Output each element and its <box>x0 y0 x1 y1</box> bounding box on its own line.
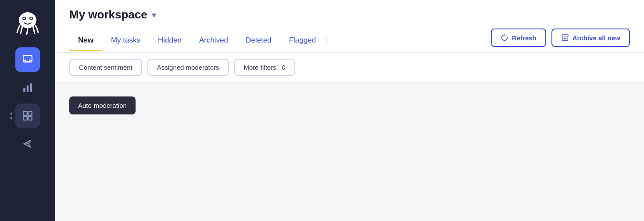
archive-all-button[interactable]: Archive all new <box>551 29 630 47</box>
sidebar-item-campaigns[interactable] <box>15 132 40 156</box>
main-content: My workspace ▾ New My tasks Hidden Archi… <box>55 0 644 221</box>
tab-divider <box>326 36 327 45</box>
header: My workspace ▾ New My tasks Hidden Archi… <box>55 0 644 53</box>
analytics-icon <box>22 82 33 93</box>
moderation-icon <box>22 110 33 121</box>
workspace-title-row: My workspace ▾ <box>69 8 630 29</box>
tab-flagged[interactable]: Flagged <box>280 31 325 51</box>
tabs-actions: Refresh Archive all new <box>491 29 630 52</box>
archive-all-label: Archive all new <box>572 34 620 42</box>
tab-hidden[interactable]: Hidden <box>149 31 190 51</box>
svg-rect-6 <box>23 88 25 92</box>
tab-deleted[interactable]: Deleted <box>237 31 280 51</box>
tabs-list: New My tasks Hidden Archived Deleted Fla… <box>69 30 491 51</box>
logo <box>12 7 43 39</box>
tab-new[interactable]: New <box>69 31 102 51</box>
svg-point-4 <box>30 18 32 19</box>
refresh-icon <box>501 34 508 42</box>
svg-rect-10 <box>28 111 32 115</box>
tab-my-tasks[interactable]: My tasks <box>102 31 149 51</box>
svg-point-3 <box>23 18 25 19</box>
svg-rect-9 <box>23 111 27 115</box>
tab-archived[interactable]: Archived <box>190 31 237 51</box>
content-sentiment-filter[interactable]: Content sentiment <box>69 59 142 76</box>
assigned-moderators-filter[interactable]: Assigned moderators <box>147 59 229 76</box>
sidebar-item-analytics[interactable] <box>15 75 40 100</box>
archive-icon <box>561 34 569 42</box>
svg-point-0 <box>19 12 36 28</box>
campaigns-icon <box>22 138 33 150</box>
tabs-row: New My tasks Hidden Archived Deleted Fla… <box>69 29 630 52</box>
inbox-icon <box>22 54 33 65</box>
filters-row: Content sentiment Assigned moderators Mo… <box>55 53 644 82</box>
refresh-label: Refresh <box>512 34 537 42</box>
more-filters-button[interactable]: More filters · 0 <box>234 59 295 76</box>
sidebar-item-moderation[interactable] <box>15 103 40 128</box>
svg-rect-5 <box>23 55 32 62</box>
refresh-button[interactable]: Refresh <box>491 29 546 47</box>
svg-rect-12 <box>28 116 32 120</box>
sidebar: ▲ ▼ <box>0 0 55 221</box>
svg-rect-13 <box>562 35 568 36</box>
workspace-dropdown-chevron[interactable]: ▾ <box>152 10 156 20</box>
svg-rect-7 <box>27 86 29 92</box>
nav-arrows[interactable]: ▲ ▼ <box>9 111 13 121</box>
auto-moderation-tooltip: Auto-moderation <box>69 96 136 114</box>
workspace-title: My workspace <box>69 8 147 21</box>
content-area: Auto-moderation <box>55 82 644 221</box>
sidebar-item-inbox[interactable] <box>15 47 40 72</box>
svg-rect-8 <box>30 83 32 92</box>
svg-rect-11 <box>23 116 27 120</box>
